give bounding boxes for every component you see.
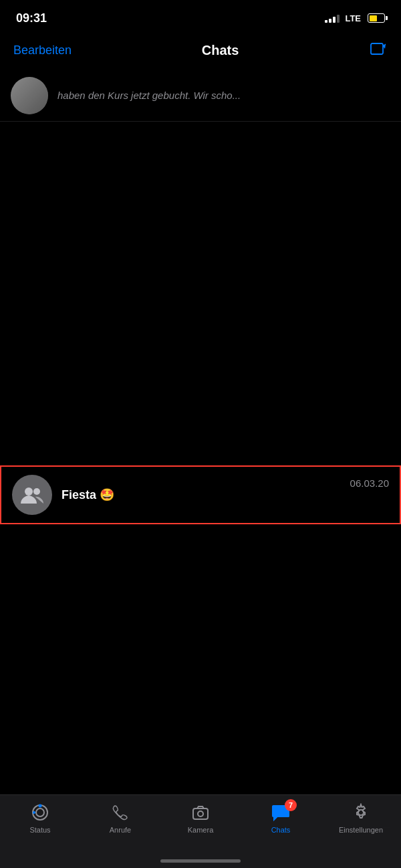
lte-label: LTE xyxy=(345,13,361,23)
compose-button[interactable] xyxy=(369,41,388,60)
tab-settings[interactable]: Einstellungen xyxy=(321,802,401,834)
tab-settings-icon-wrap xyxy=(350,802,372,823)
highlighted-chat-row[interactable]: Fiesta 🤩 06.03.20 xyxy=(0,465,401,524)
svg-rect-8 xyxy=(193,808,208,819)
svg-rect-0 xyxy=(371,43,383,54)
tab-status-icon-wrap xyxy=(29,802,51,823)
group-icon xyxy=(21,485,43,505)
nav-bar: Bearbeiten Chats xyxy=(0,33,401,70)
tab-calls-label: Anrufe xyxy=(110,826,131,834)
tab-settings-label: Einstellungen xyxy=(339,826,383,834)
tab-calls[interactable]: Anrufe xyxy=(80,802,160,834)
app-screen: 09:31 LTE Bearbeiten Chats xyxy=(0,0,401,868)
chat-name: Fiesta 🤩 xyxy=(61,487,345,502)
battery-icon xyxy=(368,13,385,23)
tab-chats-icon-wrap: 7 xyxy=(270,802,291,823)
tab-chats-label: Chats xyxy=(271,826,291,834)
chat-date: 06.03.20 xyxy=(350,475,389,489)
tab-status-label: Status xyxy=(29,826,50,834)
tab-camera-label: Kamera xyxy=(188,826,214,834)
svg-point-1 xyxy=(25,487,33,496)
empty-space xyxy=(0,122,401,465)
tab-bar: Status Anrufe Kamera xyxy=(0,794,401,868)
partial-message-text: haben den Kurs jetzt gebucht. Wir scho..… xyxy=(57,90,241,101)
avatar xyxy=(11,77,48,114)
chat-info: Fiesta 🤩 xyxy=(61,487,345,502)
compose-icon xyxy=(370,43,386,58)
svg-point-2 xyxy=(33,488,40,495)
svg-point-7 xyxy=(33,811,35,814)
tab-chats[interactable]: 7 Chats xyxy=(241,802,321,834)
calls-icon xyxy=(111,803,130,822)
settings-icon xyxy=(352,803,370,822)
status-icons: LTE xyxy=(325,13,385,23)
tab-calls-icon-wrap xyxy=(110,802,131,823)
chats-badge: 7 xyxy=(285,799,297,811)
edit-button[interactable]: Bearbeiten xyxy=(13,43,72,58)
svg-point-9 xyxy=(198,811,203,817)
home-indicator xyxy=(160,859,241,863)
page-title: Chats xyxy=(202,43,239,58)
svg-point-4 xyxy=(36,808,44,817)
status-time: 09:31 xyxy=(16,11,47,25)
tab-status[interactable]: Status xyxy=(0,802,80,834)
partial-chat-row[interactable]: haben den Kurs jetzt gebucht. Wir scho..… xyxy=(0,70,401,122)
signal-bars-icon xyxy=(325,13,340,23)
status-icon xyxy=(31,803,49,822)
group-avatar xyxy=(12,475,52,515)
status-bar: 09:31 LTE xyxy=(0,0,401,33)
svg-point-6 xyxy=(39,805,41,807)
camera-icon xyxy=(191,803,210,822)
tab-camera-icon-wrap xyxy=(190,802,211,823)
tab-camera[interactable]: Kamera xyxy=(160,802,241,834)
